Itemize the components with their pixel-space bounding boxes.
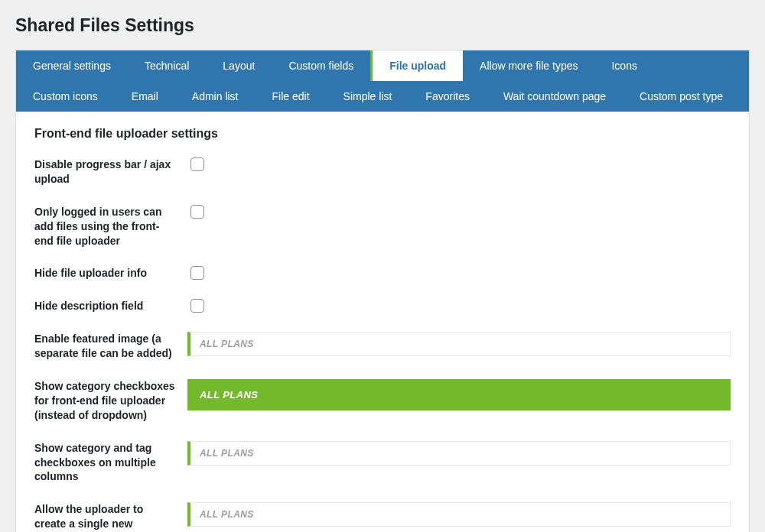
setting-row: Show category and tag checkboxes on mult… xyxy=(34,441,731,485)
section-title: Front-end file uploader settings xyxy=(34,127,731,141)
checkbox-input[interactable] xyxy=(190,205,204,219)
tab-favorites[interactable]: Favorites xyxy=(409,81,487,112)
settings-panel: General settingsTechnicalLayoutCustom fi… xyxy=(15,50,750,532)
tab-allow-more-file-types[interactable]: Allow more file types xyxy=(463,50,594,81)
setting-control: ALL PLANS xyxy=(187,502,731,527)
setting-row: Allow the uploader to create a single ne… xyxy=(34,502,731,532)
checkbox-input[interactable] xyxy=(190,266,204,280)
setting-label: Enable featured image (a separate file c… xyxy=(34,332,187,361)
setting-row: Disable progress bar / ajax upload xyxy=(34,157,731,187)
setting-control xyxy=(187,299,731,313)
tab-technical[interactable]: Technical xyxy=(128,50,206,81)
setting-control: ALL PLANS xyxy=(187,379,731,410)
setting-control xyxy=(187,205,731,219)
checkbox-input[interactable] xyxy=(190,299,204,313)
setting-row: Hide description field xyxy=(34,299,731,313)
tab-file-upload[interactable]: File upload xyxy=(370,50,463,81)
tab-simple-list[interactable]: Simple list xyxy=(327,81,409,112)
plan-badge[interactable]: ALL PLANS xyxy=(187,502,731,527)
setting-label: Disable progress bar / ajax upload xyxy=(34,157,187,187)
setting-label: Hide file uploader info xyxy=(34,266,187,281)
tab-file-edit[interactable]: File edit xyxy=(256,81,327,112)
tab-icons[interactable]: Icons xyxy=(594,50,653,81)
tab-admin-list[interactable]: Admin list xyxy=(175,81,256,112)
setting-label: Show category and tag checkboxes on mult… xyxy=(34,441,187,485)
setting-label: Allow the uploader to create a single ne… xyxy=(34,502,187,532)
setting-control xyxy=(187,266,731,280)
setting-control xyxy=(187,157,731,171)
setting-row: Show category checkboxes for front-end f… xyxy=(34,379,731,423)
tabs-nav: General settingsTechnicalLayoutCustom fi… xyxy=(16,50,749,112)
plan-badge[interactable]: ALL PLANS xyxy=(187,379,731,410)
setting-row: Hide file uploader info xyxy=(34,266,731,281)
settings-list: Disable progress bar / ajax uploadOnly l… xyxy=(34,157,731,532)
setting-label: Show category checkboxes for front-end f… xyxy=(34,379,187,423)
tab-custom-post-type[interactable]: Custom post type xyxy=(623,81,740,112)
plan-badge[interactable]: ALL PLANS xyxy=(187,441,731,466)
page-title: Shared Files Settings xyxy=(15,15,750,36)
tab-email[interactable]: Email xyxy=(115,81,175,112)
tab-general-settings[interactable]: General settings xyxy=(16,50,128,81)
checkbox-input[interactable] xyxy=(190,157,204,171)
tab-custom-fields[interactable]: Custom fields xyxy=(272,50,370,81)
setting-label: Only logged in users can add files using… xyxy=(34,205,187,248)
tab-layout[interactable]: Layout xyxy=(206,50,272,81)
tab-custom-icons[interactable]: Custom icons xyxy=(16,81,115,112)
setting-control: ALL PLANS xyxy=(187,441,731,466)
setting-control: ALL PLANS xyxy=(187,332,731,356)
setting-row: Enable featured image (a separate file c… xyxy=(34,332,731,361)
plan-badge[interactable]: ALL PLANS xyxy=(187,332,731,356)
tab-content: Front-end file uploader settings Disable… xyxy=(16,112,749,532)
setting-row: Only logged in users can add files using… xyxy=(34,205,731,248)
tab-wait-countdown-page[interactable]: Wait countdown page xyxy=(487,81,623,112)
setting-label: Hide description field xyxy=(34,299,187,313)
